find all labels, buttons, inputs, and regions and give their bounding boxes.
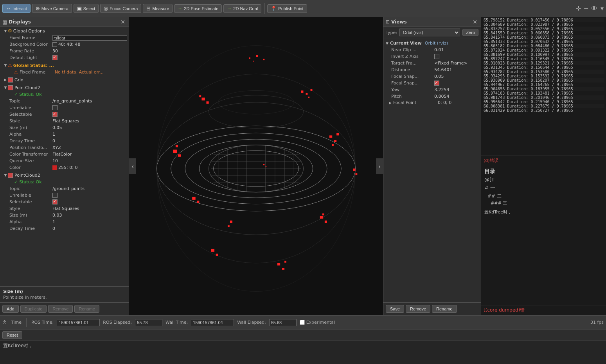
global-options-expand[interactable]: ▼	[3, 29, 8, 33]
pc2-status-row: ✓ Status: Ok	[0, 179, 129, 185]
default-light-check[interactable]	[52, 55, 58, 60]
focal-shape1-row: Focal Shap... 0.05	[383, 73, 481, 80]
wall-elapsed-input[interactable]	[269, 319, 297, 326]
experimental-checkbox[interactable]	[300, 320, 305, 325]
duplicate-button[interactable]: Duplicate	[20, 305, 47, 313]
pc2-style-row: Style Flat Squares	[0, 205, 129, 212]
save-view-button[interactable]: Save	[386, 305, 404, 313]
pc1-selectable-check[interactable]	[52, 112, 58, 117]
ros-elapsed-input[interactable]	[135, 319, 162, 326]
measure-button[interactable]: ⊟ Measure	[143, 4, 173, 13]
publish-point-button[interactable]: 📍 Publish Point	[267, 4, 307, 13]
pc2-unreliable-check[interactable]	[52, 193, 58, 198]
pc1-size-value: 0.05	[52, 125, 127, 130]
log-right-content: 目录 @[T # 一 ## 二 ### 三 置KdTree时，	[481, 165, 606, 305]
global-status-icon: ⚠	[8, 63, 12, 68]
pc2-expand[interactable]: ▼	[3, 173, 8, 178]
focal-point-value: 0; 0; 0	[438, 100, 478, 105]
nav-left-arrow[interactable]: ‹	[129, 158, 136, 174]
displays-close-button[interactable]: ✕	[119, 19, 126, 25]
svg-rect-30	[301, 90, 303, 93]
ros-elapsed-label: ROS Elapsed:	[103, 320, 132, 325]
svg-rect-58	[353, 169, 355, 171]
grid-expand[interactable]: ▶	[3, 77, 8, 82]
focal-shape2-check[interactable]	[434, 81, 439, 86]
rename-display-button[interactable]: Rename	[74, 305, 99, 313]
remove-view-button[interactable]: Remove	[406, 305, 430, 313]
invert-z-check[interactable]	[434, 54, 439, 59]
log-row: 65.931345 Duration: 0.150644 / 9.78965	[483, 65, 604, 70]
interact-button[interactable]: ↔ Interact	[2, 4, 31, 13]
pc2-check[interactable]	[8, 173, 13, 178]
chevron-icon[interactable]: ▾	[601, 5, 604, 12]
pc1-expand[interactable]: ▼	[3, 85, 8, 90]
add-button[interactable]: Add	[2, 305, 19, 313]
focal-point-row[interactable]: ▶ Focal Point 0; 0; 0	[383, 100, 481, 106]
pc2-selectable-label: Selectable	[9, 199, 52, 204]
pose-estimate-button[interactable]: → 2D Pose Estimate	[174, 4, 222, 13]
pose-label: 2D Pose Estimate	[184, 6, 218, 11]
minus-icon[interactable]: ─	[584, 5, 588, 12]
current-view-value: Orbit (rviz)	[425, 41, 448, 46]
svg-rect-36	[332, 144, 334, 146]
grid-check[interactable]	[8, 77, 13, 82]
views-zero-button[interactable]: Zero	[462, 29, 478, 36]
pc2-topic-row: Topic /ground_points	[0, 185, 129, 192]
global-status-row[interactable]: ▼ ⚠ Global Status: ...	[0, 62, 129, 69]
viewport[interactable]: ‹	[129, 17, 383, 315]
nav-icon: →	[227, 6, 232, 11]
fixed-frame-input[interactable]	[52, 35, 127, 41]
pose-icon: →	[178, 6, 182, 11]
rename-view-button[interactable]: Rename	[432, 305, 457, 313]
focal-point-label: Focal Point	[393, 100, 436, 105]
global-status-item: ▼ ⚠ Global Status: ... ⚠ Fixed Frame No …	[0, 61, 129, 76]
grid-row[interactable]: ▶ Grid	[0, 76, 129, 83]
tip-title: Size (m)	[3, 289, 126, 294]
near-clip-label: Near Clip ...	[391, 47, 434, 52]
log-row: 65.996642 Duration: 0.215940 / 9.78965	[483, 100, 604, 104]
remove-display-button[interactable]: Remove	[48, 305, 73, 313]
pc1-style-row: Style Flat Squares	[0, 118, 129, 124]
focus-camera-button[interactable]: ◎ Focus Camera	[100, 4, 141, 13]
pc1-color-tf-value: FlatColor	[52, 152, 127, 157]
move-camera-button[interactable]: ⊕ Move Camera	[32, 4, 72, 13]
publish-label: Publish Point	[278, 6, 303, 11]
views-type-select[interactable]: Orbit (rviz)	[399, 29, 460, 36]
pc2-selectable-check[interactable]	[52, 199, 58, 204]
nav-goal-button[interactable]: → 2D Nav Goal	[223, 4, 261, 13]
global-options-row[interactable]: ▼ ⚙ Global Options	[0, 27, 129, 34]
toolbar-separator	[264, 3, 264, 14]
svg-rect-57	[228, 225, 230, 227]
background-color-value[interactable]: 48; 48; 48	[58, 42, 127, 47]
log-error-text: (d)错误	[484, 158, 498, 163]
svg-rect-47	[201, 98, 205, 100]
pc1-decay-value: 0	[52, 138, 127, 143]
svg-rect-56	[230, 221, 232, 223]
pc1-color-value: 255; 0; 0	[58, 165, 127, 170]
move-camera-icon: ⊕	[36, 5, 40, 11]
current-view-section[interactable]: ▼ Current View Orbit (rviz)	[383, 40, 481, 47]
select-button[interactable]: ▣ Select	[74, 4, 99, 13]
svg-rect-35	[334, 140, 336, 142]
pc1-unreliable-check[interactable]	[52, 105, 58, 110]
views-title: Views	[391, 19, 471, 25]
near-clip-row: Near Clip ... 0.01	[383, 47, 481, 53]
plus-icon[interactable]: ✛	[576, 5, 581, 12]
pointcloud2-1-row[interactable]: ▼ PointCloud2	[0, 84, 129, 91]
default-light-row: Default Light	[0, 54, 129, 61]
eye-icon[interactable]: 👁	[591, 5, 597, 12]
views-close-button[interactable]: ✕	[471, 19, 478, 25]
focal-shape1-value: 0.05	[434, 74, 478, 79]
global-status-expand[interactable]: ▼	[3, 63, 8, 68]
focal-point-expand[interactable]: ▶	[389, 101, 392, 105]
reset-button[interactable]: Reset	[2, 331, 22, 339]
pc1-check[interactable]	[8, 85, 13, 90]
distance-label: Distance	[391, 67, 434, 72]
ros-time-input[interactable]	[57, 319, 100, 326]
experimental-label: Experimental	[306, 320, 335, 325]
current-view-expand[interactable]: ▼	[386, 41, 388, 45]
experimental-check-row: Experimental	[300, 320, 335, 325]
pointcloud2-2-row[interactable]: ▼ PointCloud2	[0, 172, 129, 179]
nav-right-arrow[interactable]: ›	[376, 158, 383, 174]
wall-time-input[interactable]	[191, 319, 234, 326]
